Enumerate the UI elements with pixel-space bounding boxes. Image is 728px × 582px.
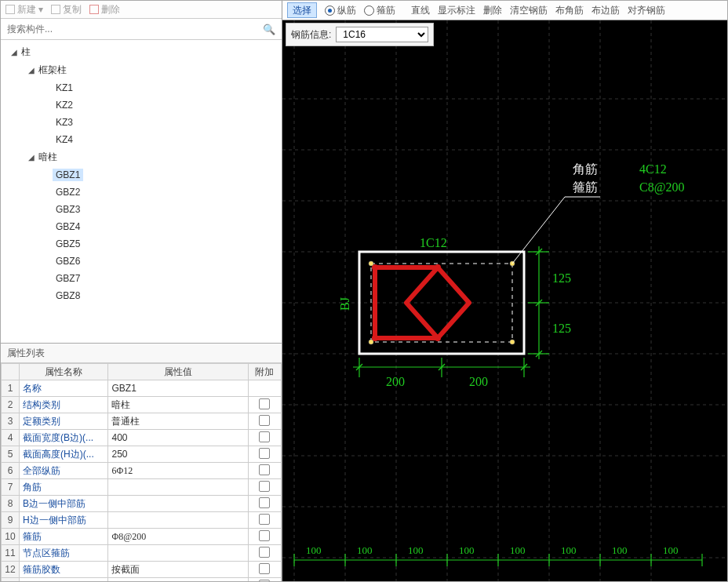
property-panel-title: 属性列表: [1, 344, 282, 363]
search-input[interactable]: [5, 23, 277, 35]
svg-point-22: [369, 261, 373, 266]
tree-node[interactable]: GBZ2: [1, 184, 282, 201]
tree-node[interactable]: GBZ1: [1, 166, 282, 184]
search-box[interactable]: 🔍: [1, 19, 282, 40]
legend-jiaojin-val: 4C12: [639, 162, 667, 176]
dim-right: [528, 246, 549, 359]
toolbar-item[interactable]: 布边筋: [592, 5, 620, 16]
tree-node[interactable]: GBZ6: [1, 253, 282, 270]
tree-node[interactable]: KZ3: [1, 114, 282, 131]
toolbar-item[interactable]: 直线: [411, 5, 430, 16]
ruler-label: 100: [306, 544, 322, 556]
col-extra: 附加: [248, 364, 281, 380]
row-header-blank: [2, 364, 20, 380]
property-row[interactable]: 12箍筋胶数按截面: [2, 562, 282, 578]
rebar-info-select[interactable]: 1C16: [336, 27, 428, 42]
tree-node[interactable]: GBZ4: [1, 218, 282, 235]
property-row[interactable]: 2结构类别暗柱: [2, 397, 282, 413]
toolbar-item[interactable]: 删除: [483, 5, 502, 16]
tree-node[interactable]: ◢暗柱: [1, 148, 282, 166]
col-value: 属性值: [108, 364, 248, 380]
search-icon: 🔍: [263, 24, 275, 35]
tree-node[interactable]: GBZ7: [1, 270, 282, 287]
ruler-label: 100: [459, 544, 475, 556]
dim-h2: 200: [469, 375, 488, 388]
ruler-label: 100: [408, 544, 424, 556]
section-canvas[interactable]: 1C12 BJ 200 200 125 125 角筋 箍筋 4C12 C8@20…: [282, 20, 727, 581]
tree-node[interactable]: GBZ3: [1, 201, 282, 218]
property-row[interactable]: 13柱类型(中柱): [2, 578, 282, 582]
ruler-label: 100: [612, 544, 628, 556]
component-tree[interactable]: ◢柱◢框架柱KZ1KZ2KZ3KZ4◢暗柱GBZ1GBZ2GBZ3GBZ4GBZ…: [1, 40, 282, 344]
dim-v2: 125: [552, 322, 571, 335]
right-toolbar: 选择 纵筋 箍筋 直线显示标注删除清空钢筋布角筋布边筋对齐钢筋: [282, 1, 727, 20]
legend-gujin-val: C8@200: [639, 180, 684, 195]
top-rebar-label: 1C12: [420, 236, 447, 249]
toolbar-item[interactable]: 清空钢筋: [510, 5, 548, 16]
tree-node[interactable]: GBZ5: [1, 235, 282, 253]
legend-jiaojin: 角筋: [573, 162, 598, 176]
select-tool[interactable]: 选择: [287, 2, 317, 18]
property-row[interactable]: 11节点区箍筋: [2, 545, 282, 562]
toolbar-item[interactable]: 显示标注: [438, 5, 475, 16]
tree-node[interactable]: ◢柱: [1, 43, 282, 61]
property-table[interactable]: 属性名称 属性值 附加 1名称GBZ12结构类别暗柱3定额类别普通柱4截面宽度(…: [1, 363, 282, 581]
tree-node[interactable]: KZ4: [1, 131, 282, 148]
dim-h1: 200: [386, 375, 405, 388]
tree-node[interactable]: GBZ8: [1, 287, 282, 304]
rebar-info-label: 钢筋信息:: [291, 28, 331, 42]
dim-bottom: [353, 358, 530, 377]
ruler-label: 100: [510, 544, 526, 556]
toolbar-item[interactable]: 对齐钢筋: [628, 5, 665, 16]
radio-longitudinal[interactable]: 纵筋: [325, 4, 356, 17]
svg-point-24: [369, 340, 373, 344]
ruler-label: 100: [663, 544, 679, 556]
toolbar-item[interactable]: 布角筋: [555, 5, 584, 16]
property-row[interactable]: 9H边一侧中部筋: [2, 512, 282, 529]
svg-point-21: [435, 335, 441, 341]
property-row[interactable]: 10箍筋Φ8@200: [2, 529, 282, 545]
property-row[interactable]: 3定额类别普通柱: [2, 413, 282, 430]
property-row[interactable]: 7角筋: [2, 479, 282, 496]
property-row[interactable]: 8B边一侧中部筋: [2, 496, 282, 512]
dim-v1: 125: [552, 271, 571, 285]
new-button[interactable]: 新建 ▾: [5, 3, 43, 16]
col-name: 属性名称: [20, 364, 108, 380]
ruler-label: 100: [357, 544, 373, 556]
delete-button[interactable]: 删除: [89, 3, 120, 16]
radio-stirrup[interactable]: 箍筋: [364, 4, 395, 17]
left-toolbar: 新建 ▾ 复制 删除: [1, 1, 282, 19]
side-label: BJ: [338, 297, 351, 311]
ruler-label: 100: [561, 544, 577, 556]
rebar-info-bar: 钢筋信息: 1C16: [286, 23, 434, 46]
tree-node[interactable]: ◢框架柱: [1, 61, 282, 79]
tree-node[interactable]: KZ1: [1, 79, 282, 96]
svg-point-25: [510, 340, 515, 344]
copy-button[interactable]: 复制: [51, 3, 82, 16]
property-row[interactable]: 1名称GBZ1: [2, 380, 282, 397]
bottom-ruler: [294, 554, 702, 566]
legend-gujin: 箍筋: [573, 180, 598, 194]
svg-point-19: [435, 264, 441, 271]
tree-node[interactable]: KZ2: [1, 96, 282, 114]
property-row[interactable]: 5截面高度(H边)(...250: [2, 446, 282, 463]
property-row[interactable]: 6全部纵筋6Φ12: [2, 463, 282, 479]
property-row[interactable]: 4截面宽度(B边)(...400: [2, 430, 282, 446]
